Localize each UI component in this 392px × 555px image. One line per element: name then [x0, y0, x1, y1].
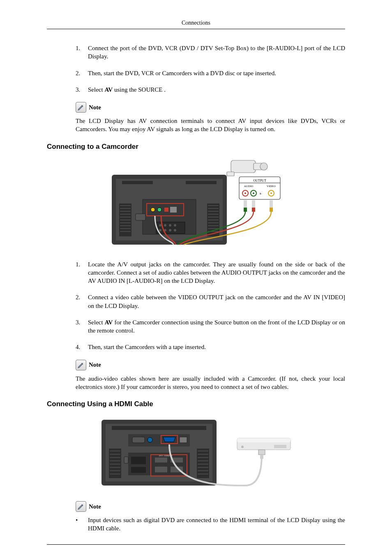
step-text: Select AV for the Camcorder connection u… — [88, 318, 345, 335]
step-text: Then, start the DVD, VCR or Camcorders w… — [88, 69, 276, 77]
svg-point-52 — [244, 192, 246, 194]
list-item: 2. Then, start the DVD, VCR or Camcorder… — [76, 69, 345, 77]
svg-point-44 — [260, 163, 267, 170]
note-block: Note — [76, 360, 345, 370]
step-text: Then, start the Camcorders with a tape i… — [88, 343, 206, 351]
svg-rect-67 — [109, 449, 121, 478]
step-marker: 4. — [76, 343, 88, 351]
svg-rect-104 — [258, 450, 265, 455]
pencil-icon — [76, 501, 86, 512]
section-title-camcorder: Connecting to a Camcorder — [47, 143, 345, 151]
svg-rect-99 — [124, 457, 128, 463]
list-item: 3. Select AV using the SOURCE . — [76, 86, 345, 94]
svg-rect-59 — [244, 208, 247, 212]
pencil-icon — [76, 360, 86, 370]
section-camcorder-content: 1. Locate the A/V output jacks on the ca… — [47, 260, 345, 391]
svg-rect-92 — [131, 467, 146, 473]
svg-point-57 — [270, 192, 272, 194]
note-text: The LCD Display has AV connection termin… — [76, 117, 345, 134]
svg-rect-101 — [237, 438, 291, 442]
bullet-text: Input devices such as digital DVD are co… — [88, 516, 345, 533]
svg-rect-32 — [156, 222, 185, 234]
svg-rect-105 — [260, 455, 263, 459]
svg-text:AUDIO: AUDIO — [244, 185, 254, 188]
svg-text:OUTPUT: OUTPUT — [253, 179, 266, 183]
svg-rect-94 — [155, 458, 167, 462]
svg-rect-24 — [122, 181, 153, 184]
list-item: 4. Then, start the Camcorders with a tap… — [76, 343, 345, 351]
svg-point-39 — [169, 229, 171, 231]
step-text: Locate the A/V output jacks on the camco… — [88, 260, 345, 285]
svg-point-87 — [148, 437, 152, 442]
s3-prefix: Select — [88, 319, 105, 326]
note-label: Note — [89, 361, 101, 368]
hdmi-bullets: • Input devices such as digital DVD are … — [76, 516, 345, 533]
svg-rect-61 — [252, 208, 255, 212]
list-item: 1. Connect the port of the DVD, VCR (DVD… — [76, 44, 345, 61]
svg-point-33 — [159, 224, 161, 227]
step-marker: 3. — [76, 86, 88, 94]
svg-point-40 — [174, 229, 176, 231]
svg-rect-103 — [274, 445, 286, 448]
svg-rect-60 — [252, 200, 255, 208]
svg-rect-86 — [132, 437, 145, 443]
step-marker: 1. — [76, 260, 88, 285]
note-block: Note — [76, 501, 345, 512]
step3-suffix: using the SOURCE . — [113, 86, 166, 93]
svg-rect-91 — [131, 457, 146, 464]
svg-rect-63 — [270, 208, 273, 212]
step3-prefix: Select — [88, 86, 104, 93]
note-label: Note — [89, 104, 101, 111]
running-header: Connections — [47, 20, 345, 29]
figure-hdmi: DVI / HDMI IN — [47, 416, 345, 490]
note-block: Note — [76, 102, 345, 113]
bullet-marker: • — [76, 516, 88, 533]
list-item: 3. Select AV for the Camcorder connectio… — [76, 318, 345, 335]
svg-point-36 — [174, 224, 176, 227]
step3-bold: AV — [104, 86, 113, 93]
svg-point-28 — [151, 208, 155, 212]
svg-point-54 — [253, 192, 254, 194]
section-dvd-content: 1. Connect the port of the DVD, VCR (DVD… — [47, 44, 345, 134]
svg-rect-68 — [197, 449, 209, 478]
list-item: • Input devices such as digital DVD are … — [76, 516, 345, 533]
list-item: 1. Locate the A/V output jacks on the ca… — [76, 260, 345, 285]
svg-point-102 — [241, 446, 244, 448]
svg-rect-45 — [227, 172, 234, 176]
camcorder-diagram: OUTPUT AUDIO VIDEO R — [108, 158, 284, 249]
step-marker: 2. — [76, 293, 88, 310]
dvd-steps-list: 1. Connect the port of the DVD, VCR (DVD… — [76, 44, 345, 94]
pencil-icon — [76, 102, 86, 113]
step-marker: 3. — [76, 318, 88, 335]
step-text: Select AV using the SOURCE . — [88, 86, 166, 94]
svg-rect-89 — [180, 437, 187, 443]
svg-text:R: R — [260, 192, 261, 195]
svg-point-34 — [164, 224, 166, 227]
s3-bold: AV — [105, 319, 113, 326]
step-text: Connect the port of the DVD, VCR (DVD / … — [88, 44, 345, 61]
svg-rect-96 — [155, 467, 167, 472]
step-marker: 2. — [76, 69, 88, 77]
section-title-hdmi: Connecting Using a HDMI Cable — [47, 400, 345, 408]
list-item: 2. Connect a video cable between the VID… — [76, 293, 345, 310]
svg-point-37 — [159, 229, 161, 231]
s3-suffix: for the Camcorder connection using the S… — [88, 319, 345, 334]
svg-point-35 — [169, 224, 171, 227]
svg-rect-30 — [164, 208, 168, 212]
footer-rule — [47, 544, 345, 545]
note-label: Note — [89, 503, 101, 510]
camcorder-steps-list: 1. Locate the A/V output jacks on the ca… — [76, 260, 345, 352]
svg-point-29 — [157, 208, 161, 212]
step-marker: 1. — [76, 44, 88, 61]
section-hdmi-content: Note • Input devices such as digital DVD… — [47, 501, 345, 533]
note-text: The audio-video cables shown here are us… — [76, 375, 345, 391]
svg-rect-42 — [231, 160, 256, 173]
svg-rect-58 — [244, 200, 247, 208]
svg-rect-41 — [136, 214, 145, 220]
svg-rect-62 — [270, 200, 273, 208]
figure-camcorder: OUTPUT AUDIO VIDEO R — [47, 158, 345, 249]
svg-rect-31 — [170, 207, 177, 213]
hdmi-diagram: DVI / HDMI IN — [97, 416, 295, 490]
step-text: Connect a video cable between the VIDEO … — [88, 293, 345, 310]
svg-rect-25 — [186, 181, 217, 184]
